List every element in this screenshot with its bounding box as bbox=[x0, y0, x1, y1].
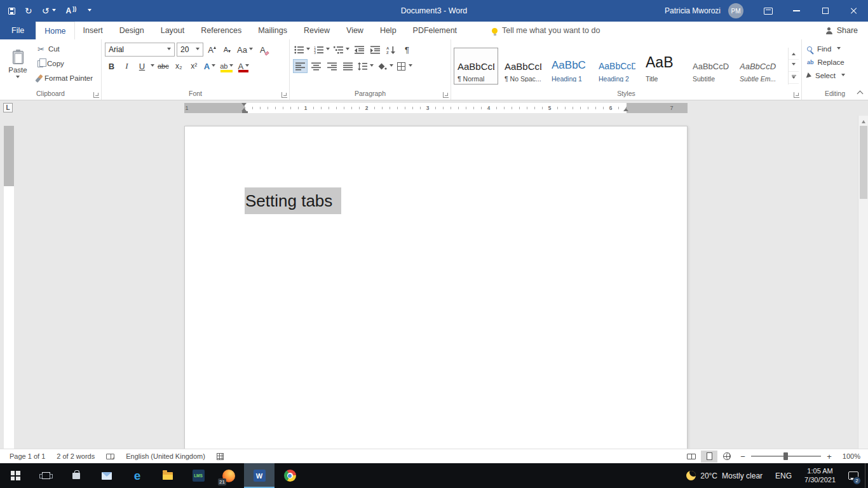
scrollbar-thumb[interactable] bbox=[860, 126, 867, 199]
underline-button[interactable]: U bbox=[135, 59, 149, 73]
tab-help[interactable]: Help bbox=[372, 22, 405, 39]
collapse-ribbon-button[interactable] bbox=[857, 90, 864, 96]
styles-gallery-more-button[interactable] bbox=[789, 72, 799, 84]
style-title[interactable]: AaB Title bbox=[642, 48, 686, 85]
zoom-slider[interactable] bbox=[751, 456, 821, 457]
tab-pdfelement[interactable]: PDFelement bbox=[405, 22, 465, 39]
hanging-indent-marker[interactable] bbox=[241, 105, 247, 111]
change-case-button[interactable]: Aa bbox=[236, 43, 254, 57]
firefox-button[interactable]: 21 bbox=[214, 463, 244, 488]
web-layout-button[interactable] bbox=[719, 451, 735, 463]
tab-insert[interactable]: Insert bbox=[75, 22, 111, 39]
copy-button[interactable]: Copy bbox=[35, 57, 95, 71]
read-aloud-button[interactable]: A)) bbox=[65, 7, 76, 15]
style-heading-2[interactable]: AaBbCcD Heading 2 bbox=[595, 48, 639, 85]
document-text-selected[interactable]: Setting tabs bbox=[245, 187, 341, 214]
redo-button[interactable]: ↻ bbox=[25, 6, 32, 15]
maximize-button[interactable] bbox=[811, 0, 839, 22]
font-size-select[interactable]: 20 bbox=[177, 43, 203, 57]
numbering-button[interactable]: 123 bbox=[313, 43, 331, 57]
line-spacing-button[interactable] bbox=[356, 59, 375, 73]
read-mode-button[interactable] bbox=[683, 451, 700, 463]
tab-stop-selector[interactable]: L bbox=[3, 103, 13, 112]
tab-review[interactable]: Review bbox=[295, 22, 338, 39]
clear-formatting-button[interactable]: A bbox=[256, 43, 269, 57]
word-taskbar-button[interactable]: W bbox=[244, 463, 275, 488]
tab-file[interactable]: File bbox=[0, 22, 36, 39]
style-heading-1[interactable]: AaBbC Heading 1 bbox=[548, 48, 592, 85]
vertical-scrollbar[interactable] bbox=[858, 116, 868, 449]
right-indent-marker[interactable] bbox=[623, 105, 628, 111]
mail-button[interactable] bbox=[92, 463, 122, 488]
style-subtle-emphasis[interactable]: AaBbCcD Subtle Em... bbox=[736, 48, 780, 85]
print-layout-button[interactable] bbox=[701, 451, 717, 463]
paste-button[interactable]: Paste bbox=[3, 42, 32, 89]
share-button[interactable]: Share bbox=[816, 22, 868, 39]
increase-indent-button[interactable] bbox=[368, 43, 383, 57]
close-button[interactable] bbox=[839, 0, 868, 22]
tab-home[interactable]: Home bbox=[36, 22, 74, 39]
sort-button[interactable]: AZ bbox=[384, 43, 398, 57]
decrease-indent-button[interactable] bbox=[352, 43, 367, 57]
save-button[interactable] bbox=[8, 8, 15, 15]
tell-me-box[interactable]: Tell me what you want to do bbox=[492, 22, 600, 39]
tab-references[interactable]: References bbox=[193, 22, 250, 39]
font-color-button[interactable]: A bbox=[236, 59, 250, 73]
tab-layout[interactable]: Layout bbox=[153, 22, 193, 39]
show-desktop-button[interactable] bbox=[865, 463, 868, 488]
horizontal-ruler[interactable]: 1 1 2 3 4 5 6 7 bbox=[184, 103, 688, 113]
edge-button[interactable]: e bbox=[122, 463, 153, 488]
text-effects-button[interactable]: A bbox=[203, 59, 217, 73]
shading-button[interactable] bbox=[376, 59, 395, 73]
styles-scroll-up-button[interactable] bbox=[789, 48, 799, 60]
start-button[interactable] bbox=[0, 463, 31, 488]
clock[interactable]: 1:05 AM 7/30/2021 bbox=[798, 463, 842, 488]
zoom-out-button[interactable]: − bbox=[736, 452, 750, 461]
styles-dialog-launcher[interactable] bbox=[794, 92, 799, 98]
file-explorer-button[interactable] bbox=[153, 463, 183, 488]
lms-app-button[interactable]: LMS bbox=[183, 463, 214, 488]
font-family-select[interactable]: Arial bbox=[105, 43, 175, 57]
notification-center-button[interactable]: 2 bbox=[842, 463, 865, 488]
clipboard-dialog-launcher[interactable] bbox=[93, 92, 99, 98]
style-subtitle[interactable]: AaBbCcD Subtitle bbox=[689, 48, 733, 85]
avatar[interactable]: PM bbox=[728, 3, 743, 18]
tab-mailings[interactable]: Mailings bbox=[250, 22, 295, 39]
tab-view[interactable]: View bbox=[338, 22, 372, 39]
strikethrough-button[interactable]: abc bbox=[156, 59, 170, 73]
align-center-button[interactable] bbox=[309, 59, 323, 73]
task-view-button[interactable] bbox=[31, 463, 61, 488]
grow-font-button[interactable]: A bbox=[205, 43, 219, 57]
select-button[interactable]: Select bbox=[807, 70, 863, 81]
minimize-button[interactable] bbox=[782, 0, 811, 22]
superscript-button[interactable]: x² bbox=[187, 59, 201, 73]
input-language[interactable]: ENG bbox=[769, 463, 798, 488]
tab-design[interactable]: Design bbox=[111, 22, 153, 39]
align-right-button[interactable] bbox=[325, 59, 339, 73]
replace-button[interactable]: ab Replace bbox=[807, 57, 863, 68]
chrome-button[interactable] bbox=[275, 463, 305, 488]
proofing-check-button[interactable] bbox=[100, 449, 120, 463]
multilevel-list-button[interactable] bbox=[332, 43, 351, 57]
format-painter-button[interactable]: Format Painter bbox=[35, 71, 95, 85]
vertical-ruler[interactable] bbox=[4, 126, 14, 449]
zoom-slider-thumb[interactable] bbox=[783, 452, 788, 460]
zoom-in-button[interactable]: + bbox=[822, 452, 836, 461]
bold-button[interactable]: B bbox=[105, 59, 118, 73]
subscript-button[interactable]: x₂ bbox=[172, 59, 186, 73]
document-page[interactable]: Setting tabs bbox=[184, 126, 688, 449]
weather-widget[interactable]: 20°C Mostly clear bbox=[680, 463, 769, 488]
style-no-spacing[interactable]: AaBbCcDc ¶ No Spac... bbox=[501, 48, 545, 85]
find-button[interactable]: Find bbox=[807, 43, 863, 55]
store-button[interactable] bbox=[61, 463, 92, 488]
show-formatting-button[interactable]: ¶ bbox=[400, 43, 414, 57]
word-count[interactable]: 2 of 2 words bbox=[51, 449, 100, 463]
justify-button[interactable] bbox=[341, 59, 355, 73]
customize-qat-button[interactable] bbox=[86, 9, 92, 13]
undo-button[interactable]: ↺ bbox=[42, 6, 57, 15]
bullets-button[interactable] bbox=[293, 43, 311, 57]
ribbon-display-options-button[interactable] bbox=[754, 0, 782, 22]
page-indicator[interactable]: Page 1 of 1 bbox=[4, 449, 51, 463]
shrink-font-button[interactable]: A bbox=[220, 43, 234, 57]
styles-scroll-down-button[interactable] bbox=[789, 60, 799, 72]
